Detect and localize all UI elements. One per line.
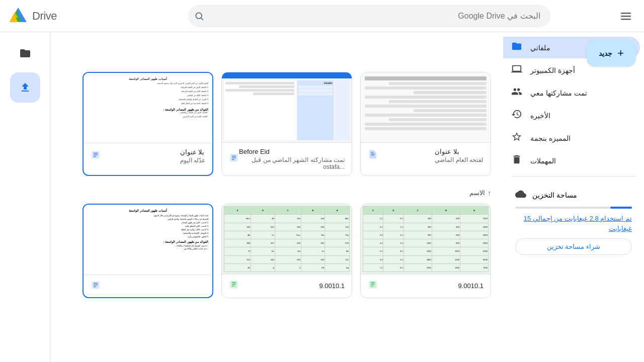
sidebar-label-starred: المميزه بنجمة bbox=[530, 134, 571, 142]
card-name-2: Before Eid bbox=[239, 148, 270, 155]
file-card-suggested-2[interactable]: Header bbox=[221, 72, 352, 176]
arabic-line: - الفائدة الثانية من النص التجريبي bbox=[88, 115, 208, 118]
file-card-3[interactable]: أسباب ظهور المصادر الواسعة تتعدد أسباب ظ… bbox=[83, 204, 213, 298]
file-card-suggested-3[interactable]: أسباب ظهور المصادر الواسعة الفقرة الأولى… bbox=[83, 72, 213, 176]
search-bar bbox=[188, 5, 550, 27]
sidebar-item-shared[interactable]: تمت مشاركتها معي bbox=[503, 82, 640, 104]
sidebar-label-recent: الأخيره bbox=[530, 112, 550, 120]
doc-icon-3 bbox=[91, 280, 101, 292]
doc-type-icon-3 bbox=[91, 150, 101, 162]
file-preview-3: أسباب ظهور المصادر الواسعة تتعدد أسباب ظ… bbox=[84, 205, 212, 275]
arabic-line: 1. النقطة الأولى في القائمة المرقمة bbox=[88, 86, 208, 88]
sheet-icon-1 bbox=[368, 280, 378, 292]
arabic-subtitle: الفوائد من ظهور المصادر الواسعة : bbox=[88, 108, 208, 111]
sheet-icon-2 bbox=[229, 280, 239, 292]
sidebar-icon-shared bbox=[511, 86, 522, 100]
storage-label: مساحة التخزين bbox=[532, 191, 577, 199]
arabic-line: أسباب ظهور المصادر الواسعة bbox=[88, 77, 208, 80]
left-files-button[interactable] bbox=[10, 38, 40, 68]
breadcrumb: ▾ ملفاتي bbox=[12, 40, 491, 52]
files-section-header: ↑ الاسم ملفات bbox=[12, 188, 491, 198]
svg-rect-23 bbox=[94, 283, 98, 284]
doc-line bbox=[365, 127, 487, 130]
svg-rect-14 bbox=[232, 157, 236, 158]
new-button[interactable]: + جديد bbox=[587, 40, 636, 66]
card-name-1: بلا عنوان bbox=[435, 148, 459, 155]
doc-line bbox=[365, 105, 487, 108]
files-cards-grid: A B C D E 10002003000.51.2 20004006001.5… bbox=[12, 204, 491, 298]
sort-button[interactable]: ↑ الاسم bbox=[469, 189, 492, 197]
svg-line-4 bbox=[201, 18, 203, 20]
card-preview-1 bbox=[361, 72, 491, 143]
svg-rect-18 bbox=[94, 154, 98, 155]
sidebar-item-starred[interactable]: المميزه بنجمة bbox=[503, 127, 640, 149]
file-card-suggested-1[interactable]: بلا عنوان لفتحه العام الماضي bbox=[360, 72, 491, 176]
file-footer-3 bbox=[84, 275, 212, 297]
sim-topbar bbox=[222, 72, 352, 78]
sidebar-label-shared: تمت مشاركتها معي bbox=[530, 89, 587, 97]
storage-usage-text: تم استخدام 2.8 غيغابايت من إجمالي 15 غيغ… bbox=[515, 214, 632, 233]
main-content: ▾ ملفاتي المقترحة bbox=[0, 32, 503, 362]
sidebar-icon-recent bbox=[511, 109, 522, 122]
svg-rect-17 bbox=[94, 153, 98, 154]
card-info-3: بلا عنوان عدّله اليوم bbox=[180, 148, 205, 164]
left-sidebar bbox=[0, 32, 50, 362]
svg-rect-10 bbox=[371, 155, 375, 155]
sidebar-icon-starred bbox=[511, 131, 522, 145]
card-info-2: Before Eid تمت مشاركته الشهر الماضي من ق… bbox=[239, 148, 345, 170]
file-card-1[interactable]: A B C D E 10002003000.51.2 20004006001.5… bbox=[360, 204, 491, 298]
arabic-item2-f3: 2. السبب الثاني المتعلق بالبنية bbox=[88, 225, 208, 227]
drive-logo-area: Drive bbox=[8, 6, 57, 26]
doc-line bbox=[365, 86, 487, 89]
arabic-benefit2-f3: - دعم البحث العلمي والأكاديمي bbox=[88, 247, 208, 250]
suggested-section-header: المقترحة bbox=[12, 56, 491, 66]
menu-button[interactable] bbox=[616, 6, 636, 26]
doc-line bbox=[365, 114, 487, 117]
search-input[interactable] bbox=[188, 5, 550, 27]
svg-rect-25 bbox=[94, 287, 96, 288]
buy-storage-button[interactable]: شراء مساحة تخزين bbox=[515, 238, 632, 255]
card-footer-3: بلا عنوان عدّله اليوم bbox=[84, 143, 212, 169]
card-preview-2: Header bbox=[222, 72, 352, 143]
storage-progress-bar bbox=[515, 207, 632, 209]
google-drive-logo bbox=[8, 6, 28, 26]
file-preview-2: A B C D E AbcDefGhiJklMno 12345678901234… bbox=[222, 204, 352, 275]
doc-type-icon-2 bbox=[229, 153, 239, 165]
svg-rect-11 bbox=[371, 152, 373, 153]
sidebar-item-trash[interactable]: المهملات bbox=[503, 150, 640, 171]
svg-rect-19 bbox=[94, 156, 96, 157]
svg-rect-9 bbox=[371, 153, 375, 154]
sidebar: ملفاتي أجهزة الكمبيوتر تمت مشاركتها معي … bbox=[503, 32, 644, 362]
left-upload-button[interactable] bbox=[10, 72, 40, 103]
screen-content-2: Header bbox=[222, 72, 352, 142]
doc-line bbox=[389, 100, 487, 103]
sidebar-item-recent[interactable]: الأخيره bbox=[503, 105, 640, 126]
svg-rect-24 bbox=[94, 285, 98, 286]
svg-rect-20 bbox=[369, 281, 377, 289]
doc-line bbox=[365, 76, 487, 80]
svg-rect-13 bbox=[232, 156, 236, 157]
storage-section: مساحة التخزين تم استخدام 2.8 غيغابايت من… bbox=[503, 180, 644, 263]
doc-line bbox=[389, 82, 487, 85]
sidebar-label-my-files: ملفاتي bbox=[530, 44, 550, 52]
file-info-2: 9.0010.1 bbox=[319, 282, 345, 290]
svg-rect-2 bbox=[621, 19, 631, 20]
doc-type-icon-1 bbox=[368, 149, 378, 162]
file-footer-2: 9.0010.1 bbox=[222, 275, 352, 297]
arabic-item3-f3: 3. السبب الثالث وتأثيره على النظام bbox=[88, 228, 208, 231]
search-button[interactable] bbox=[194, 11, 204, 21]
arabic-item5-f3: 5. التطور التكنولوجي وأثره bbox=[88, 235, 208, 238]
topbar-left bbox=[616, 6, 636, 26]
svg-rect-1 bbox=[621, 16, 631, 17]
card-date-3: عدّله اليوم bbox=[180, 157, 205, 164]
topbar: Drive bbox=[0, 0, 644, 32]
storage-cloud-icon bbox=[515, 189, 526, 202]
doc-line bbox=[365, 123, 487, 126]
arabic-line: 5. النقطة الخامسة في الإطار العام bbox=[88, 102, 208, 105]
file-card-2[interactable]: A B C D E AbcDefGhiJklMno 12345678901234… bbox=[221, 204, 352, 298]
file-name-2: 9.0010.1 bbox=[319, 282, 345, 290]
doc-line bbox=[389, 118, 487, 121]
arabic-item4-f3: 4. العوامل الاقتصادية والاجتماعية bbox=[88, 232, 208, 234]
sidebar-icon-my-files bbox=[511, 41, 522, 54]
doc-content-1 bbox=[361, 72, 491, 142]
